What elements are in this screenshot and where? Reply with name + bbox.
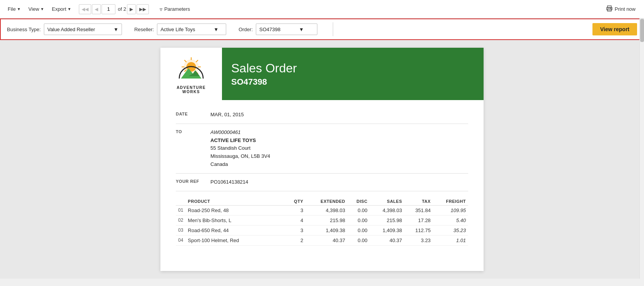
order-chevron-icon: ▼ bbox=[299, 27, 304, 32]
row-sales: 4,398.03 bbox=[370, 205, 404, 215]
row-freight: 35.23 bbox=[433, 225, 468, 235]
business-type-select[interactable]: Value Added Reseller ▼ bbox=[44, 23, 122, 35]
row-freight: 5.40 bbox=[433, 215, 468, 225]
filter-icon: ▿ bbox=[160, 6, 162, 12]
file-chevron-icon: ▼ bbox=[17, 7, 21, 11]
row-product: Road-250 Red, 48 bbox=[185, 205, 285, 215]
file-menu-label: File bbox=[8, 6, 16, 12]
th-extended: EXTENDED bbox=[305, 197, 347, 206]
row-tax: 351.84 bbox=[404, 205, 433, 215]
row-extended: 1,409.38 bbox=[305, 225, 347, 235]
file-menu[interactable]: File ▼ bbox=[5, 5, 24, 13]
th-qty: QTY bbox=[285, 197, 305, 206]
row-tax: 17.28 bbox=[404, 215, 433, 225]
report-area: ADVENTUREWORKS Sales Order SO47398 DATE … bbox=[0, 40, 644, 279]
th-tax: TAX bbox=[404, 197, 433, 206]
page-number-input[interactable]: 1 bbox=[102, 4, 115, 14]
order-select[interactable]: SO47398 ▼ bbox=[256, 23, 317, 35]
to-label: TO bbox=[176, 129, 210, 134]
report-page: ADVENTUREWORKS Sales Order SO47398 DATE … bbox=[160, 48, 484, 271]
print-now-label: Print now bbox=[615, 6, 636, 12]
vertical-scrollbar[interactable] bbox=[639, 18, 644, 279]
business-type-label: Business Type: bbox=[7, 27, 41, 32]
parameters-label: Parameters bbox=[164, 6, 190, 12]
th-disc: DISC bbox=[347, 197, 370, 206]
ref-label: YOUR REF bbox=[176, 178, 210, 184]
row-number: 04 bbox=[176, 235, 185, 245]
print-now-button[interactable]: Print now bbox=[602, 4, 639, 14]
reseller-group: Reseller: Active Life Toys ▼ bbox=[134, 23, 226, 35]
th-product: PRODUCT bbox=[185, 197, 285, 206]
row-sales: 1,409.38 bbox=[370, 225, 404, 235]
row-qty: 4 bbox=[285, 215, 305, 225]
report-title: Sales Order bbox=[231, 61, 474, 75]
to-address: AW00000461 ACTIVE LIFE TOYS 55 Standish … bbox=[210, 129, 270, 169]
to-address2: Mississauga, ON, L5B 3V4 bbox=[210, 152, 270, 161]
row-sales: 215.98 bbox=[370, 215, 404, 225]
last-page-button[interactable]: ▶▶ bbox=[137, 4, 149, 14]
date-value: MAR, 01, 2015 bbox=[210, 111, 244, 119]
row-freight: 109.95 bbox=[433, 205, 468, 215]
ref-row: YOUR REF PO10614138214 bbox=[176, 174, 468, 191]
scrollbar-thumb[interactable] bbox=[640, 19, 644, 42]
row-number: 01 bbox=[176, 205, 185, 215]
to-row: TO AW00000461 ACTIVE LIFE TOYS 55 Standi… bbox=[176, 124, 468, 174]
export-chevron-icon: ▼ bbox=[67, 7, 71, 11]
order-value: SO47398 bbox=[259, 27, 280, 32]
row-number: 03 bbox=[176, 225, 185, 235]
row-extended: 40.37 bbox=[305, 235, 347, 245]
table-row: 01 Road-250 Red, 48 3 4,398.03 0.00 4,39… bbox=[176, 205, 468, 215]
row-extended: 4,398.03 bbox=[305, 205, 347, 215]
row-disc: 0.00 bbox=[347, 235, 370, 245]
prev-page-button[interactable]: ◀ bbox=[92, 4, 101, 14]
row-disc: 0.00 bbox=[347, 225, 370, 235]
page-of-label: of 2 bbox=[118, 6, 126, 12]
params-divider bbox=[333, 22, 333, 36]
export-menu[interactable]: Export ▼ bbox=[49, 5, 74, 13]
table-row: 03 Road-650 Red, 44 3 1,409.38 0.00 1,40… bbox=[176, 225, 468, 235]
th-sales: SALES bbox=[370, 197, 404, 206]
export-menu-label: Export bbox=[52, 6, 67, 12]
row-disc: 0.00 bbox=[347, 205, 370, 215]
business-type-value: Value Added Reseller bbox=[47, 27, 95, 32]
first-page-button[interactable]: ◀◀ bbox=[79, 4, 91, 14]
row-product: Men's Bib-Shorts, L bbox=[185, 215, 285, 225]
to-address3: Canada bbox=[210, 161, 270, 169]
row-sales: 40.37 bbox=[370, 235, 404, 245]
svg-line-9 bbox=[184, 60, 186, 62]
reseller-select[interactable]: Active Life Toys ▼ bbox=[157, 23, 226, 35]
row-freight: 1.01 bbox=[433, 235, 468, 245]
table-row: 04 Sport-100 Helmet, Red 2 40.37 0.00 40… bbox=[176, 235, 468, 245]
to-account: AW00000461 bbox=[210, 129, 241, 135]
view-menu[interactable]: View ▼ bbox=[25, 5, 47, 13]
to-name: ACTIVE LIFE TOYS bbox=[210, 137, 256, 143]
reseller-value: Active Life Toys bbox=[160, 27, 195, 32]
ref-value: PO10614138214 bbox=[210, 178, 248, 186]
to-address1: 55 Standish Court bbox=[210, 144, 270, 152]
logo-area: ADVENTUREWORKS bbox=[160, 48, 222, 100]
order-group: Order: SO47398 ▼ bbox=[239, 23, 317, 35]
reseller-label: Reseller: bbox=[134, 27, 154, 32]
toolbar: File ▼ View ▼ Export ▼ ◀◀ ◀ 1 of 2 ▶ ▶▶ … bbox=[0, 0, 644, 18]
row-extended: 215.98 bbox=[305, 215, 347, 225]
table-row: 02 Men's Bib-Shorts, L 4 215.98 0.00 215… bbox=[176, 215, 468, 225]
row-qty: 3 bbox=[285, 205, 305, 215]
parameters-bar: Business Type: Value Added Reseller ▼ Re… bbox=[0, 18, 644, 40]
view-menu-label: View bbox=[28, 6, 39, 12]
svg-line-11 bbox=[196, 60, 198, 62]
company-name: ADVENTUREWORKS bbox=[177, 85, 206, 94]
parameters-button[interactable]: ▿ Parameters bbox=[157, 5, 193, 14]
row-qty: 2 bbox=[285, 235, 305, 245]
next-page-button[interactable]: ▶ bbox=[127, 4, 136, 14]
row-product: Road-650 Red, 44 bbox=[185, 225, 285, 235]
row-qty: 3 bbox=[285, 225, 305, 235]
page-navigation: ◀◀ ◀ 1 of 2 ▶ ▶▶ bbox=[79, 4, 149, 14]
view-report-button[interactable]: View report bbox=[592, 23, 637, 35]
reseller-chevron-icon: ▼ bbox=[214, 27, 219, 32]
order-table: PRODUCT QTY EXTENDED DISC SALES TAX FREI… bbox=[176, 197, 468, 246]
business-type-chevron-icon: ▼ bbox=[113, 27, 118, 32]
th-row-num bbox=[176, 197, 185, 206]
date-label: DATE bbox=[176, 111, 210, 116]
business-type-group: Business Type: Value Added Reseller ▼ bbox=[7, 23, 122, 35]
report-header: ADVENTUREWORKS Sales Order SO47398 bbox=[160, 48, 484, 100]
